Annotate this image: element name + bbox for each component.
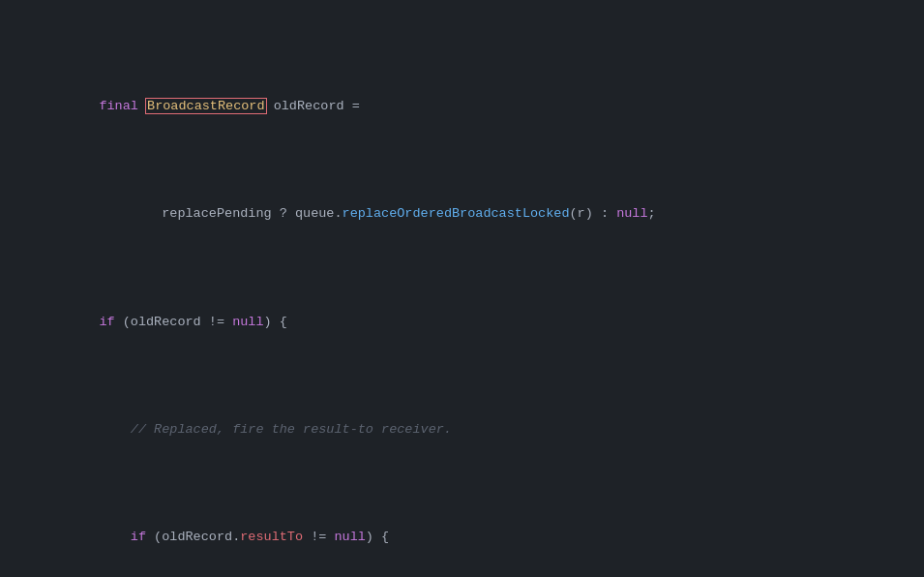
code-line-5: if (oldRecord.resultTo != null) { <box>0 527 924 548</box>
fn-replaceordered: replaceOrderedBroadcastLocked <box>343 206 570 221</box>
broadcast-record-highlight: BroadcastRecord <box>146 99 266 113</box>
code-line-4: // Replaced, fire the result-to receiver… <box>0 419 924 440</box>
type-broadcastrecord: BroadcastRecord <box>147 99 265 113</box>
comment-replaced: // Replaced, fire the result-to receiver… <box>131 422 452 437</box>
kw-final: final <box>99 99 138 113</box>
code-line-1: final BroadcastRecord oldRecord = <box>0 96 924 117</box>
code-line-3: if (oldRecord != null) { <box>0 312 924 333</box>
kw-null1: null <box>616 206 647 221</box>
replace-pending: replacePending ? queue. <box>162 206 342 221</box>
plain-oldrecord: oldRecord = <box>274 99 360 113</box>
kw-if1: if <box>99 315 114 329</box>
code-line-2: replacePending ? queue.replaceOrderedBro… <box>0 203 924 225</box>
var-resultto: resultTo <box>240 530 303 544</box>
code-editor: final BroadcastRecord oldRecord = replac… <box>0 0 924 577</box>
paren-r: (r) : <box>570 206 617 221</box>
